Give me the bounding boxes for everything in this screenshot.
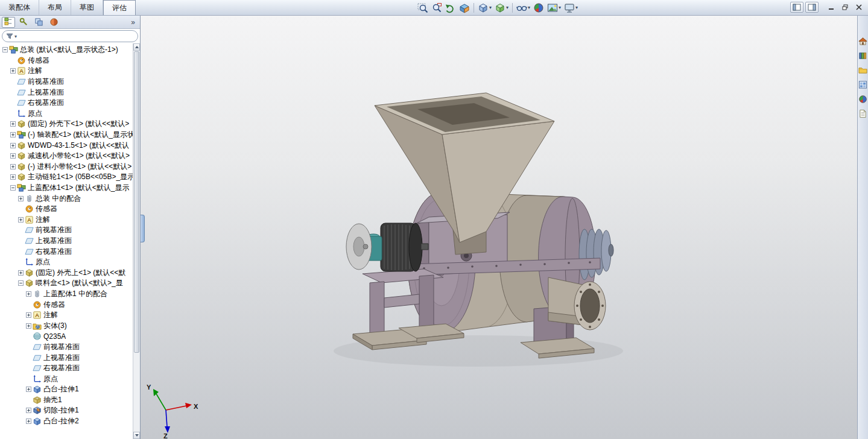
expand-toggle[interactable] <box>10 143 16 148</box>
dropdown-caret[interactable]: ▾ <box>528 5 530 10</box>
tree-item[interactable]: WDWD-43-1.5<1> (默认<<默认 <box>0 140 133 151</box>
tree-item[interactable]: 传感器 <box>0 204 133 215</box>
tree-filter-input[interactable] <box>18 31 134 41</box>
propertymanager-tab[interactable] <box>17 17 30 28</box>
tree-item[interactable]: A注解 <box>0 215 133 226</box>
collapse-toggle[interactable] <box>18 280 24 286</box>
zoom-to-fit-button[interactable] <box>416 2 429 14</box>
tree-item[interactable]: 上视基准面 <box>0 87 133 98</box>
commandmanager-tab-3[interactable]: 草图 <box>71 0 103 15</box>
tree-item[interactable]: 传感器 <box>0 299 133 310</box>
dropdown-caret[interactable]: ▾ <box>559 5 561 10</box>
tree-item[interactable]: 右视基准面 <box>0 363 133 374</box>
tree-item[interactable]: (固定) 外壳上<1> (默认<<默 <box>0 267 133 278</box>
tree-item[interactable]: 主动链轮1<1> (05B<<05B>_显示 <box>0 172 133 183</box>
restore-window-button[interactable] <box>838 2 851 13</box>
apply-scene-button[interactable]: ▾ <box>546 2 562 14</box>
expand-toggle[interactable] <box>26 418 31 424</box>
expand-toggle[interactable] <box>18 270 24 276</box>
scroll-up-button[interactable] <box>133 43 140 51</box>
expand-toggle[interactable] <box>10 121 16 127</box>
scroll-thumb[interactable] <box>134 51 139 353</box>
tree-item[interactable]: A注解 <box>0 310 133 321</box>
tree-item[interactable]: 原点 <box>0 257 133 268</box>
dropdown-caret[interactable]: ▾ <box>575 5 578 10</box>
tree-item[interactable]: 上盖配体1 中的配合 <box>0 289 133 300</box>
tree-item[interactable]: 凸台-拉伸1 <box>0 384 133 395</box>
tree-item[interactable]: 切除-拉伸1 <box>0 405 133 416</box>
expand-toggle[interactable] <box>18 217 24 223</box>
expand-toggle[interactable] <box>10 132 16 137</box>
tree-item[interactable]: (-) 进料小带轮<1> (默认<<默认> <box>0 162 133 172</box>
toggle-featuremanager-pane-button[interactable] <box>790 2 803 13</box>
expand-toggle[interactable] <box>10 68 16 74</box>
tree-item[interactable]: A注解 <box>0 66 133 77</box>
commandmanager-tab-2[interactable]: 布局 <box>39 0 71 15</box>
tree-item[interactable]: 原点 <box>0 109 133 119</box>
close-window-button[interactable] <box>852 2 865 13</box>
expand-toggle[interactable] <box>10 153 16 159</box>
tree-item[interactable]: 上盖配体1<1> (默认<默认_显示 <box>0 183 133 194</box>
tree-item[interactable]: 减速机小带轮<1> (默认<<默认> <box>0 151 133 162</box>
tree-item[interactable]: Q235A <box>0 331 133 342</box>
tree-item[interactable]: 总装 中的配合 <box>0 193 133 204</box>
tree-item[interactable]: 上视基准面 <box>0 236 133 247</box>
view-palette-button[interactable] <box>858 80 868 90</box>
design-library-button[interactable] <box>858 51 868 61</box>
tree-item[interactable]: 前视基准面 <box>0 342 133 353</box>
tree-item[interactable]: 上视基准面 <box>0 352 133 363</box>
commandmanager-tab-1[interactable]: 装配体 <box>0 0 39 15</box>
tree-item[interactable]: 传感器 <box>0 55 133 66</box>
dropdown-caret[interactable]: ▾ <box>506 5 508 10</box>
solidworks-resources-button[interactable] <box>858 36 868 46</box>
expand-toggle[interactable] <box>26 323 31 329</box>
tree-item[interactable]: 前视基准面 <box>0 225 133 236</box>
section-view-button[interactable] <box>458 2 471 14</box>
view-orientation-button[interactable]: ▾ <box>477 2 493 14</box>
display-style-button[interactable]: ▾ <box>493 2 510 14</box>
expand-toggle[interactable] <box>26 408 31 413</box>
displaymanager-tab[interactable] <box>47 17 60 28</box>
panel-splitter-handle[interactable] <box>141 215 145 242</box>
tree-item[interactable]: (固定) 外壳下<1> (默认<<默认> <box>0 119 133 130</box>
collapse-toggle[interactable] <box>10 185 16 191</box>
zoom-to-area-button[interactable] <box>430 2 443 14</box>
tree-item[interactable]: 原点 <box>0 373 133 384</box>
filter-dropdown-caret[interactable]: ▾ <box>14 34 17 39</box>
minimize-window-button[interactable] <box>825 2 837 13</box>
featuremanager-design-tree-tab[interactable] <box>2 17 15 28</box>
tree-item[interactable]: 总装 (默认<默认_显示状态-1>) <box>0 45 133 55</box>
tree-item[interactable]: 实体(3) <box>0 320 133 331</box>
dropdown-caret[interactable]: ▾ <box>489 5 492 10</box>
panel-tabs-overflow[interactable]: » <box>128 18 138 27</box>
tree-item[interactable]: 抽壳1 <box>0 395 133 406</box>
edit-appearance-button[interactable] <box>532 2 545 14</box>
expand-toggle[interactable] <box>26 312 31 318</box>
previous-view-button[interactable] <box>444 2 457 14</box>
expand-toggle[interactable] <box>26 387 31 392</box>
expand-toggle[interactable] <box>10 164 16 169</box>
expand-toggle[interactable] <box>26 291 31 297</box>
machine-model[interactable] <box>141 16 857 439</box>
scroll-down-button[interactable] <box>133 432 140 439</box>
tree-item[interactable]: 右视基准面 <box>0 98 133 109</box>
view-settings-button[interactable]: ▾ <box>563 2 579 14</box>
hide-show-items-button[interactable]: ▾ <box>515 2 531 14</box>
tree-item[interactable]: 凸台-拉伸2 <box>0 416 133 427</box>
commandmanager-tab-4[interactable]: 评估 <box>103 0 136 15</box>
toggle-task-pane-button[interactable] <box>805 2 819 13</box>
collapse-toggle[interactable] <box>2 47 8 52</box>
custom-properties-button[interactable] <box>858 109 868 119</box>
scroll-track[interactable] <box>133 353 140 432</box>
expand-toggle[interactable] <box>18 196 24 201</box>
tree-scrollbar[interactable] <box>133 43 140 439</box>
tree-item[interactable]: 前视基准面 <box>0 77 133 87</box>
configurationmanager-tab[interactable] <box>32 17 45 28</box>
expand-toggle[interactable] <box>10 174 16 180</box>
file-explorer-button[interactable] <box>858 65 868 75</box>
appearances-scenes-button[interactable] <box>858 94 868 104</box>
tree-item[interactable]: 喂料盒<1> (默认<默认>_显 <box>0 278 133 289</box>
tree-item[interactable]: (-) 轴装配<1> (默认<默认_显示状 <box>0 130 133 141</box>
graphics-viewport[interactable]: Y X Z <box>141 16 857 439</box>
tree-item[interactable]: 右视基准面 <box>0 246 133 257</box>
